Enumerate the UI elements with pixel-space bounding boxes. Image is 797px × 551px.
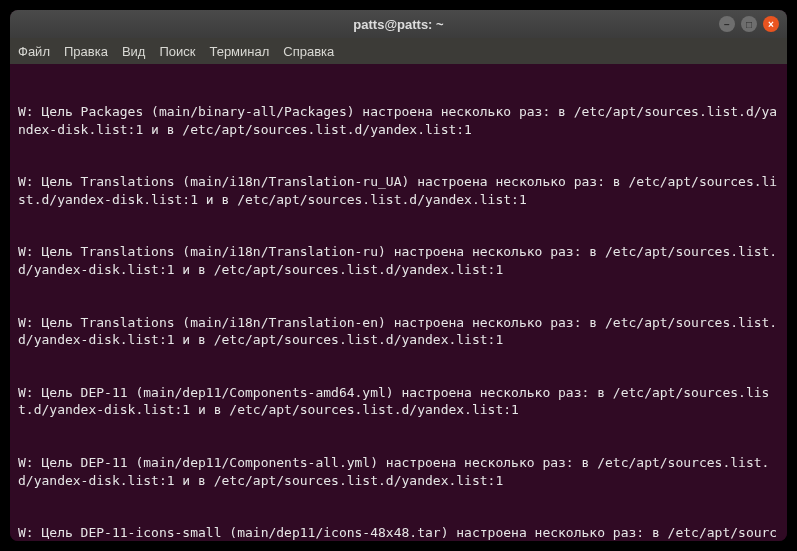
- output-line: W: Цель Translations (main/i18n/Translat…: [18, 243, 779, 278]
- maximize-button[interactable]: □: [741, 16, 757, 32]
- terminal-window: patts@patts: ~ − □ × Файл Правка Вид Пои…: [10, 10, 787, 541]
- menu-edit[interactable]: Правка: [64, 44, 108, 59]
- output-line: W: Цель DEP-11-icons-small (main/dep11/i…: [18, 524, 779, 541]
- output-line: W: Цель DEP-11 (main/dep11/Components-al…: [18, 454, 779, 489]
- menu-search[interactable]: Поиск: [159, 44, 195, 59]
- window-controls: − □ ×: [719, 16, 779, 32]
- window-title: patts@patts: ~: [353, 17, 443, 32]
- menu-view[interactable]: Вид: [122, 44, 146, 59]
- output-line: W: Цель DEP-11 (main/dep11/Components-am…: [18, 384, 779, 419]
- minimize-button[interactable]: −: [719, 16, 735, 32]
- menu-help[interactable]: Справка: [283, 44, 334, 59]
- close-button[interactable]: ×: [763, 16, 779, 32]
- output-line: W: Цель Translations (main/i18n/Translat…: [18, 173, 779, 208]
- menu-terminal[interactable]: Терминал: [209, 44, 269, 59]
- output-line: W: Цель Packages (main/binary-all/Packag…: [18, 103, 779, 138]
- titlebar: patts@patts: ~ − □ ×: [10, 10, 787, 38]
- menubar: Файл Правка Вид Поиск Терминал Справка: [10, 38, 787, 64]
- menu-file[interactable]: Файл: [18, 44, 50, 59]
- output-line: W: Цель Translations (main/i18n/Translat…: [18, 314, 779, 349]
- terminal-output[interactable]: W: Цель Packages (main/binary-all/Packag…: [10, 64, 787, 541]
